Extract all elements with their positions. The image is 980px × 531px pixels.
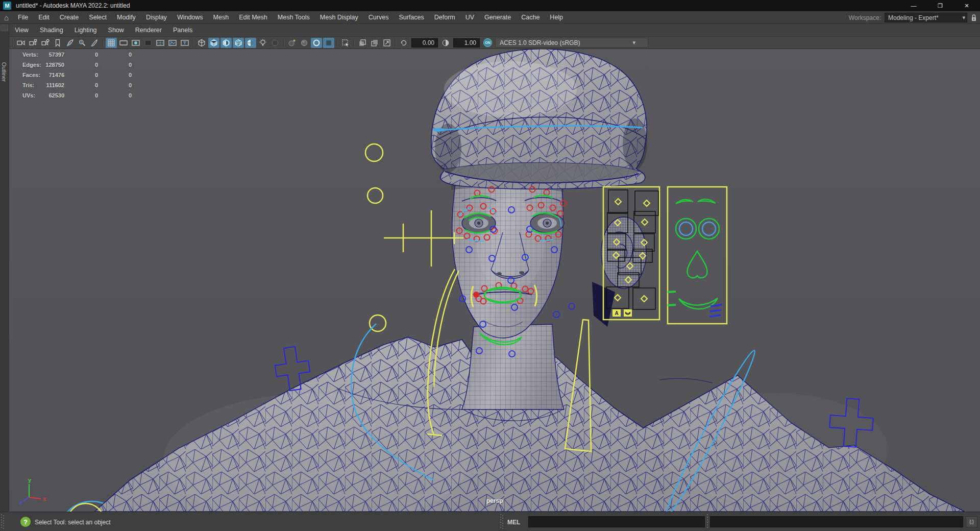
wireframe-icon[interactable] (196, 38, 207, 48)
minimize-button[interactable]: — (900, 0, 927, 11)
smooth-shade-icon[interactable] (208, 38, 219, 48)
perspective-viewport[interactable]: A (9, 49, 980, 512)
grease-pencil-icon[interactable] (89, 38, 100, 48)
wireframe-on-shaded-icon[interactable] (233, 38, 244, 48)
menu-select[interactable]: Select (84, 11, 112, 24)
maya-app-icon: M (3, 2, 11, 10)
hud-row: Verts:5739700 (9, 50, 132, 60)
menu-modify[interactable]: Modify (112, 11, 141, 24)
menu-uv[interactable]: UV (460, 11, 479, 24)
toolbar-separator (352, 38, 356, 48)
panel-menu-view[interactable]: View (9, 24, 34, 37)
mel-command-input[interactable] (528, 516, 705, 527)
motion-blur-icon[interactable] (299, 38, 310, 48)
close-button[interactable]: ✕ (953, 0, 980, 11)
isolate-select-icon[interactable] (340, 38, 351, 48)
menu-generate[interactable]: Generate (479, 11, 516, 24)
svg-text:A: A (615, 310, 618, 316)
menu-edit-mesh[interactable]: Edit Mesh (234, 11, 273, 24)
resolution-gate-icon[interactable] (130, 38, 141, 48)
toolbar-separator (394, 38, 397, 48)
restore-button[interactable]: ❐ (927, 0, 953, 11)
menu-help[interactable]: Help (545, 11, 568, 24)
home-icon[interactable]: ⌂ (4, 14, 9, 21)
occlusion-icon[interactable] (286, 38, 298, 48)
colorspace-dropdown[interactable]: ACES 1.0 SDR-video (sRGB) ▾ (495, 38, 648, 47)
exposure-toggle-icon[interactable] (381, 38, 393, 48)
ear-mesh[interactable] (601, 217, 646, 288)
xray-joints-icon[interactable] (369, 38, 380, 48)
hud-row: Tris:11160200 (9, 80, 132, 90)
bookmark-icon[interactable] (52, 38, 63, 48)
toolbar-separator (282, 38, 285, 48)
menu-windows[interactable]: Windows (172, 11, 208, 24)
film-gate-icon[interactable] (118, 38, 129, 48)
viewport-canvas[interactable]: A (9, 49, 980, 512)
outliner-pane-toggle[interactable] (1, 25, 8, 31)
chevron-down-icon: ▾ (632, 39, 635, 46)
gate-mask-icon[interactable] (142, 38, 154, 48)
menu-file[interactable]: File (13, 11, 33, 24)
camera-attributes-icon[interactable] (40, 38, 51, 48)
exposure-field[interactable]: 0.00 (411, 38, 438, 47)
anti-alias-icon[interactable] (311, 38, 322, 48)
workspace-value: Modeling - Expert* (888, 14, 939, 21)
gamma-icon[interactable] (440, 38, 451, 48)
help-line-text: Select Tool: select an object (35, 519, 111, 526)
shadows-icon[interactable] (270, 38, 281, 48)
select-camera-icon[interactable] (15, 38, 27, 48)
safe-title-icon[interactable] (179, 38, 190, 48)
menu-surfaces[interactable]: Surfaces (394, 11, 429, 24)
hat-mesh[interactable] (431, 49, 647, 189)
image-plane-icon[interactable] (64, 38, 76, 48)
outliner-label: Outliner (1, 58, 7, 86)
textured-icon[interactable] (220, 38, 232, 48)
result-field-grip[interactable] (707, 514, 708, 529)
use-default-material-icon[interactable] (245, 38, 256, 48)
outliner-collapsed-panel[interactable]: Outliner (0, 24, 9, 512)
grid-icon[interactable] (106, 38, 117, 48)
hud-row: Faces:7147600 (9, 70, 132, 80)
safe-action-icon[interactable] (167, 38, 178, 48)
pan-zoom-icon[interactable] (77, 38, 88, 48)
main-menubar: ⌂ FileEditCreateSelectModifyDisplayWindo… (0, 11, 980, 24)
field-chart-icon[interactable] (155, 38, 166, 48)
chevron-down-icon: ▾ (962, 14, 965, 21)
script-editor-icon[interactable]: {;} (966, 516, 977, 527)
panel-menu-renderer[interactable]: Renderer (130, 24, 167, 37)
menu-deform[interactable]: Deform (429, 11, 460, 24)
menu-curves[interactable]: Curves (363, 11, 394, 24)
command-result-field[interactable] (710, 516, 963, 527)
toolbar-separator (191, 38, 195, 48)
depth-of-field-icon[interactable] (323, 38, 334, 48)
gamma-field[interactable]: 1.00 (453, 38, 480, 47)
panel-menu-shading[interactable]: Shading (34, 24, 69, 37)
workspace-lock-icon[interactable] (971, 14, 977, 21)
lock-camera-icon[interactable] (28, 38, 39, 48)
workspace-label: Workspace: (849, 14, 881, 21)
panel-menu-panels[interactable]: Panels (167, 24, 198, 37)
workspace-dropdown[interactable]: Modeling - Expert* ▾ (885, 13, 967, 22)
menu-display[interactable]: Display (141, 11, 172, 24)
menu-mesh-tools[interactable]: Mesh Tools (273, 11, 315, 24)
command-line-grip[interactable] (500, 514, 504, 529)
menu-edit[interactable]: Edit (33, 11, 55, 24)
menu-create[interactable]: Create (55, 11, 84, 24)
view-transform-on-badge[interactable]: ON (483, 38, 492, 47)
menu-mesh[interactable]: Mesh (208, 11, 234, 24)
mel-label[interactable]: MEL (507, 519, 520, 526)
menu-mesh-display[interactable]: Mesh Display (315, 11, 363, 24)
panel-menu-lighting[interactable]: Lighting (69, 24, 103, 37)
toolbar-separator (101, 38, 105, 48)
menu-cache[interactable]: Cache (516, 11, 545, 24)
hud-row: Edges:12875000 (9, 60, 132, 70)
exposure-cycle-icon[interactable] (398, 38, 409, 48)
maya-window: M untitled* - Autodesk MAYA 2022.2: unti… (0, 0, 980, 531)
camera-name-label: persp (9, 497, 980, 504)
xray-icon[interactable] (357, 38, 368, 48)
lights-icon[interactable] (257, 38, 268, 48)
panel-menubar: ViewShadingLightingShowRendererPanels (9, 24, 980, 37)
statusbar-grip[interactable] (1, 514, 5, 529)
toolbar-separator (335, 38, 339, 48)
panel-menu-show[interactable]: Show (103, 24, 130, 37)
